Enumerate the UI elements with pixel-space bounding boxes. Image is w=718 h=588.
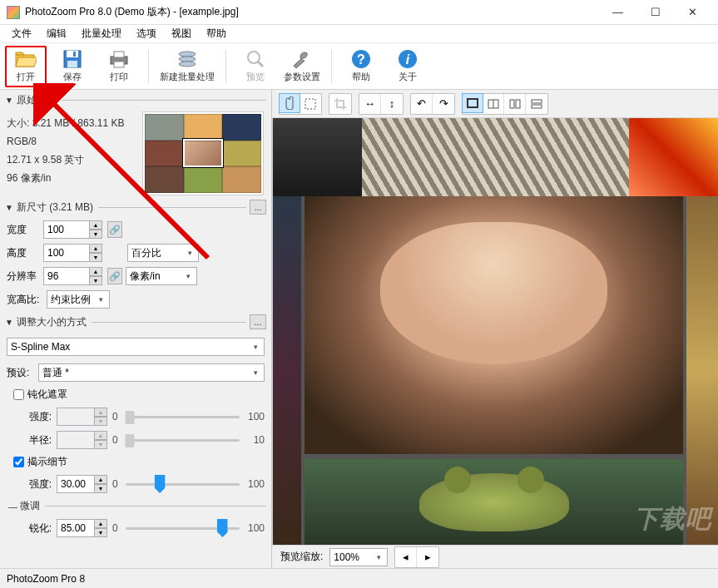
navigator-viewport[interactable] (183, 139, 223, 167)
maximize-button[interactable]: ☐ (636, 1, 674, 24)
strength-input (57, 408, 95, 426)
original-size: 大小: 3.21 MB / 863.11 KB (7, 114, 131, 132)
statusbar: PhotoZoom Pro 8 (0, 568, 718, 588)
width-label: 宽度 (7, 223, 40, 237)
more-button[interactable]: ... (250, 314, 266, 329)
width-spinner[interactable]: ▲▼ (89, 220, 102, 239)
menu-help[interactable]: 帮助 (200, 25, 233, 42)
svg-point-11 (248, 52, 260, 63)
preview-zoom-bar: 预览缩放: 100%▾ ◂▸ (272, 545, 718, 568)
strength-slider (126, 408, 240, 425)
preset-select[interactable]: 普通 *▾ (38, 363, 265, 382)
menu-edit[interactable]: 编辑 (40, 25, 73, 42)
zoom-prev[interactable]: ◂ (395, 547, 417, 567)
new-batch-button[interactable]: 新建批量处理 (157, 46, 217, 87)
separator (148, 50, 149, 83)
section-resize-method[interactable]: ▼ 调整大小的方式 ... (0, 311, 271, 333)
method-select[interactable]: S-Spline Max▾ (7, 338, 265, 356)
more-button[interactable]: ... (250, 200, 266, 215)
fit-width[interactable]: ↔ (359, 94, 381, 114)
titlebar: PhotoZoom Pro 8.0 (Demo 版本) - [example.j… (0, 0, 718, 25)
unsharp-checkbox[interactable]: 钝化遮罩 (0, 384, 271, 405)
separator (331, 50, 332, 83)
preview-canvas[interactable]: 下载吧 (272, 118, 718, 545)
view-split-v[interactable] (504, 94, 526, 114)
svg-rect-7 (114, 62, 124, 67)
about-button[interactable]: i 关于 (387, 46, 428, 87)
res-spinner[interactable]: ▲▼ (89, 267, 102, 285)
undo-button[interactable]: ↶ (411, 94, 433, 114)
menu-options[interactable]: 选项 (130, 25, 163, 42)
original-info: 大小: 3.21 MB / 863.11 KB RGB/8 12.71 x 9.… (7, 114, 131, 193)
strength-label: 强度: (7, 410, 52, 424)
section-newsize[interactable]: ▼ 新尺寸 (3.21 MB) ... (0, 196, 271, 218)
minimize-button[interactable]: — (599, 1, 636, 24)
height-input[interactable] (43, 244, 90, 262)
section-original[interactable]: ▼ 原始图像 (0, 90, 271, 111)
print-button[interactable]: 打印 (98, 46, 140, 87)
aspect-select[interactable]: 约束比例▾ (47, 290, 110, 309)
menu-view[interactable]: 视图 (165, 25, 198, 42)
zoom-label: 预览缩放: (280, 550, 323, 564)
hand-tool[interactable] (279, 93, 300, 113)
params-button[interactable]: 参数设置 (281, 46, 323, 87)
fit-height[interactable]: ↕ (381, 94, 403, 114)
status-text: PhotoZoom Pro 8 (7, 573, 85, 585)
res-input[interactable] (43, 267, 90, 285)
radius-input (57, 431, 95, 449)
size-unit-select[interactable]: 百分比▾ (127, 244, 199, 262)
save-button[interactable]: 保存 (52, 46, 93, 87)
svg-rect-6 (114, 52, 124, 57)
link-icon[interactable]: 🔗 (107, 268, 122, 284)
crop-tool[interactable] (329, 94, 351, 114)
help-button[interactable]: ? 帮助 (340, 46, 382, 87)
svg-rect-3 (67, 61, 77, 67)
link-icon[interactable]: 🔗 (107, 221, 122, 238)
svg-point-10 (179, 62, 196, 67)
marquee-tool[interactable] (300, 94, 321, 114)
menu-batch[interactable]: 批量处理 (75, 25, 128, 42)
finetune-header: — 微调 (0, 496, 271, 516)
folder-open-icon (14, 49, 37, 69)
reveal-strength-slider[interactable] (126, 476, 240, 492)
preview-button[interactable]: 预览 (235, 46, 276, 87)
printer-icon (107, 49, 131, 69)
svg-point-9 (179, 57, 196, 62)
svg-text:i: i (406, 52, 410, 67)
res-unit-select[interactable]: 像素/in▾ (126, 267, 197, 285)
open-button[interactable]: 打开 (5, 46, 47, 87)
preset-label: 预设: (7, 366, 35, 380)
view-split-h[interactable] (526, 94, 547, 114)
svg-rect-22 (516, 100, 520, 108)
floppy-icon (61, 49, 84, 69)
reveal-checkbox[interactable]: 揭示细节 (0, 452, 271, 472)
reveal-strength-input[interactable] (57, 475, 95, 493)
preview-toolbar: ↔ ↕ ↶ ↷ (272, 90, 718, 118)
svg-line-12 (258, 62, 263, 67)
sharp-input[interactable] (57, 519, 95, 537)
app-icon (7, 6, 20, 19)
navigator-thumbnail[interactable] (145, 114, 261, 193)
separator (225, 50, 226, 83)
menubar: 文件 编辑 批量处理 选项 视图 帮助 (0, 25, 718, 43)
redo-button[interactable]: ↷ (433, 94, 454, 114)
main-toolbar: 打开 保存 打印 新建批量处理 预览 参数设置 ? 帮助 i 关于 (0, 43, 718, 90)
triangle-down-icon: ▼ (5, 203, 13, 212)
svg-rect-24 (532, 105, 542, 108)
close-button[interactable]: ✕ (674, 1, 711, 24)
view-single[interactable] (462, 93, 483, 113)
width-input[interactable] (43, 220, 90, 239)
sharp-slider[interactable] (126, 520, 240, 536)
menu-file[interactable]: 文件 (5, 25, 38, 42)
res-label: 分辨率 (7, 269, 40, 284)
original-dims: 12.71 x 9.58 英寸 (7, 151, 131, 169)
left-panel: ▼ 原始图像 大小: 3.21 MB / 863.11 KB RGB/8 12.… (0, 90, 272, 568)
help-icon: ? (349, 49, 373, 69)
zoom-select[interactable]: 100%▾ (329, 548, 388, 566)
height-spinner[interactable]: ▲▼ (89, 244, 102, 262)
zoom-next[interactable]: ▸ (417, 547, 438, 567)
svg-rect-4 (73, 52, 76, 57)
view-split-center[interactable] (483, 94, 504, 114)
aspect-label: 宽高比: (7, 293, 43, 307)
radius-label: 半径: (7, 433, 52, 447)
